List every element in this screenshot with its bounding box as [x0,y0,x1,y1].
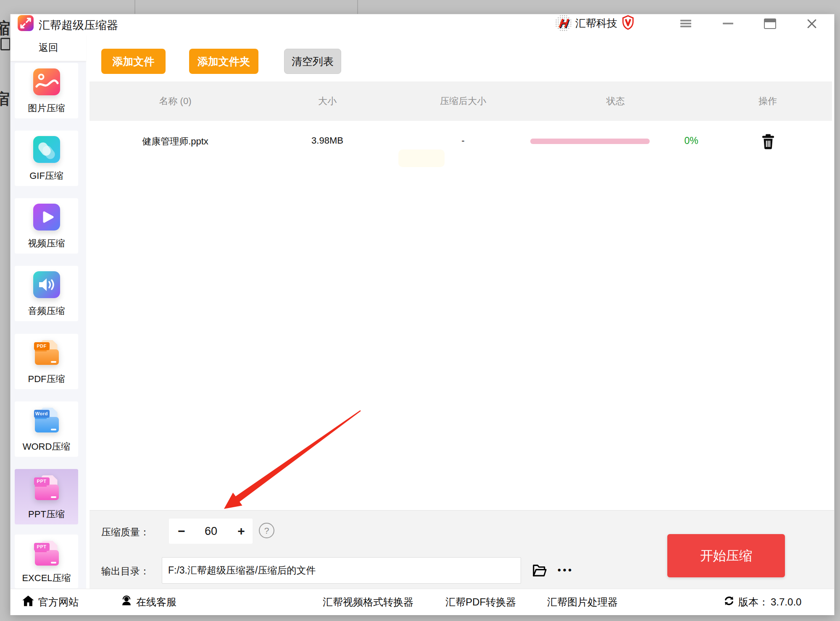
refresh-icon [724,595,735,609]
file-size: 3.98MB [260,135,395,146]
official-site-link[interactable]: 官方网站 [22,589,79,615]
file-name: 健康管理师.pptx [108,135,242,148]
background-window-edge [134,0,135,14]
version-label: 版本： [738,595,769,609]
column-size: 大小 [273,81,382,121]
quality-help-icon[interactable]: ? [259,523,274,538]
progress-percent: 0% [670,135,712,147]
footer: 官方网站 在线客服 汇帮视频格式转换器 汇帮PDF转换器 汇帮图片处理器 [11,589,834,615]
sidebar-item-label: 图片压缩 [15,102,78,115]
compressed-size: - [396,135,530,146]
background-window-edge [357,0,358,14]
brand-area[interactable]: H 汇帮科技 [555,14,635,32]
add-folder-button[interactable]: 添加文件夹 [189,49,258,74]
word-compress-icon: Word [33,407,60,434]
add-file-button[interactable]: 添加文件 [101,49,166,74]
ppt-tag: PPT [34,543,50,551]
home-icon [22,595,34,609]
delete-file-button[interactable] [761,134,775,149]
more-options-button[interactable]: ••• [553,561,578,579]
minimize-button[interactable] [719,16,737,31]
column-compressed-size: 压缩后大小 [408,81,518,121]
ppt-tag: PPT [34,477,50,485]
column-name: 名称 (0) [121,81,230,121]
sidebar-item-label: WORD压缩 [15,440,78,453]
audio-compress-icon [33,271,60,298]
app-logo-icon [18,15,34,31]
brand-logo-icon: H [555,15,572,31]
footer-link-image-processor[interactable]: 汇帮图片处理器 [547,589,618,615]
app-window: 汇帮超级压缩器 H 汇帮科技 返回 [11,14,834,615]
brand-name: 汇帮科技 [575,16,617,30]
back-button[interactable]: 返回 [11,34,86,61]
sidebar-item-label: 视频压缩 [15,237,78,250]
background-window-fragment: 宿 [0,89,10,110]
sidebar-item-video-compress[interactable]: 视频压缩 [15,198,78,254]
column-actions: 操作 [713,81,822,121]
background-window-fragment: 缩 [0,18,10,39]
clear-list-button[interactable]: 清空列表 [284,49,341,74]
ppt-compress-icon: PPT [33,474,60,501]
image-compress-icon [33,68,60,95]
pdf-compress-icon: PDF [33,339,60,366]
quality-decrease-button[interactable]: − [171,519,192,544]
background-window-fragment [0,38,11,50]
table-header: 名称 (0) 大小 压缩后大小 状态 操作 [90,81,832,121]
maximize-button[interactable] [761,16,779,31]
excel-compress-icon: PPT [33,540,60,567]
window-title: 汇帮超级压缩器 [39,18,118,33]
output-dir-label: 输出目录： [101,565,150,578]
output-path-value: F:/3.汇帮超级压缩器/压缩后的文件 [168,564,316,577]
sidebar-item-excel-compress[interactable]: PPT EXCEL压缩 [15,535,78,588]
desktop: 缩 宿 汇帮超级压缩器 H 汇帮科技 返回 [0,0,840,621]
footer-link-pdf-converter[interactable]: 汇帮PDF转换器 [445,589,516,615]
menu-button[interactable] [677,16,695,31]
sidebar-item-label: EXCEL压缩 [15,572,78,584]
sidebar-item-ppt-compress-selected[interactable]: PPT PPT压缩 [15,469,78,524]
sidebar-item-audio-compress[interactable]: 音频压缩 [15,266,78,321]
footer-link-video-converter[interactable]: 汇帮视频格式转换器 [323,589,413,615]
pdf-tag: PDF [34,342,50,350]
browse-folder-icon[interactable] [531,561,548,579]
output-path-input[interactable]: F:/3.汇帮超级压缩器/压缩后的文件 [162,557,521,584]
sidebar-item-image-compress[interactable]: 图片压缩 [15,63,78,118]
security-shield-icon [621,15,635,32]
sidebar-item-word-compress[interactable]: Word WORD压缩 [15,401,78,457]
sidebar-item-gif-compress[interactable]: GIF压缩 [15,131,78,186]
sidebar-item-pdf-compress[interactable]: PDF PDF压缩 [15,334,78,389]
quality-label: 压缩质量： [101,526,150,539]
sidebar-item-label: GIF压缩 [15,170,78,182]
version-value: 3.7.0.0 [771,596,801,608]
hover-ghost-artifact [398,149,445,167]
sidebar-item-label: PPT压缩 [15,508,78,521]
support-agent-icon [121,595,132,609]
start-compress-button[interactable]: 开始压缩 [667,534,785,577]
online-support-link[interactable]: 在线客服 [121,589,176,615]
version-info[interactable]: 版本：3.7.0.0 [724,589,801,615]
close-button[interactable] [803,16,821,31]
quality-increase-button[interactable]: + [231,519,252,544]
progress-bar [530,139,650,144]
gif-compress-icon [33,136,60,163]
quality-value[interactable]: 60 [194,519,228,544]
sidebar-item-label: PDF压缩 [15,373,78,385]
column-status: 状态 [561,81,670,121]
word-tag: Word [34,410,50,418]
video-compress-icon [33,204,60,231]
sidebar-item-label: 音频压缩 [15,305,78,317]
